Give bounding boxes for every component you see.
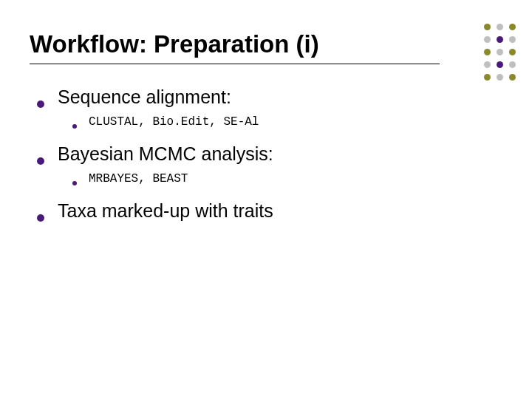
bullet-item: Bayesian MCMC analysis:: [37, 142, 502, 166]
deco-col: [509, 24, 516, 81]
deco-col: [497, 24, 503, 81]
dot-icon: [484, 61, 491, 68]
decorative-dots: [484, 24, 516, 81]
sub-bullet-item: CLUSTAL, Bio.Edit, SE-Al: [72, 115, 502, 130]
bullet-dot-icon: [37, 157, 44, 165]
bullet-label: Taxa marked-up with traits: [58, 199, 273, 223]
dot-icon: [497, 49, 503, 55]
bullet-label: Bayesian MCMC analysis:: [58, 142, 273, 166]
dot-icon: [497, 36, 503, 43]
bullet-item: Sequence alignment:: [37, 85, 502, 109]
bullet-dot-icon: [37, 100, 44, 108]
bullet-dot-icon: [72, 124, 77, 129]
dot-icon: [509, 74, 516, 81]
title-rule: Workflow: Preparation (i): [30, 30, 440, 64]
dot-icon: [509, 36, 516, 43]
dot-icon: [509, 61, 516, 68]
slide-title: Workflow: Preparation (i): [30, 30, 440, 59]
dot-icon: [497, 61, 503, 68]
sub-bullet-label: CLUSTAL, Bio.Edit, SE-Al: [89, 115, 259, 130]
slide: Workflow: Preparation (i) Sequence align…: [0, 0, 532, 399]
dot-icon: [484, 36, 491, 43]
bullet-dot-icon: [72, 181, 77, 185]
dot-icon: [484, 74, 491, 81]
bullet-item: Taxa marked-up with traits: [37, 199, 502, 223]
bullet-label: Sequence alignment:: [58, 85, 231, 109]
dot-icon: [497, 74, 503, 81]
dot-icon: [509, 49, 516, 55]
deco-col: [484, 24, 491, 81]
dot-icon: [484, 24, 491, 30]
dot-icon: [497, 24, 503, 30]
dot-icon: [484, 49, 491, 55]
bullet-dot-icon: [37, 214, 44, 222]
sub-bullet-item: MRBAYES, BEAST: [72, 171, 502, 187]
dot-icon: [509, 24, 516, 30]
sub-bullet-label: MRBAYES, BEAST: [89, 171, 188, 187]
